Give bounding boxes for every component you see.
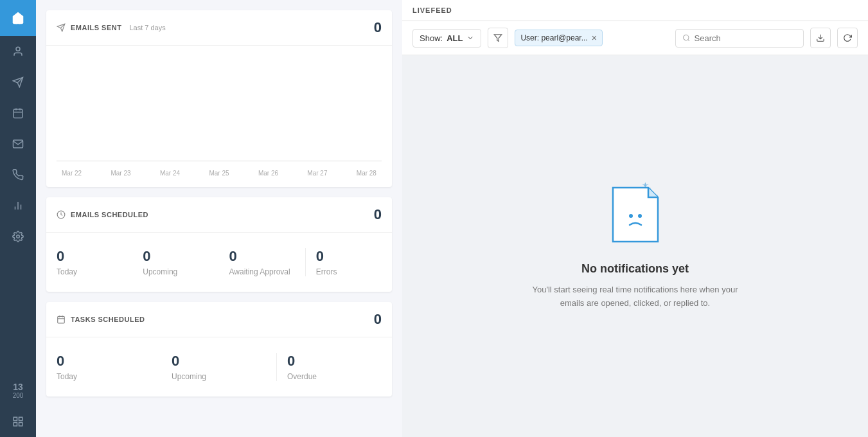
empty-desc: You'll start seeing real time notificati… [533, 283, 738, 310]
tasks-scheduled-stats: 0 Today 0 Upcoming 0 Overdue [46, 337, 392, 397]
chart-label-5: Mar 27 [307, 170, 327, 177]
search-icon [682, 33, 691, 42]
chart-label-3: Mar 25 [209, 170, 229, 177]
stat-upcoming-value: 0 [143, 248, 208, 265]
empty-state: No notifications yet You'll start seeing… [402, 55, 868, 437]
stat-awaiting-value: 0 [229, 248, 295, 265]
sidebar-bottom: 13 200 [0, 375, 36, 437]
sidebar-item-phone[interactable] [0, 159, 36, 190]
task-stat-upcoming-value: 0 [172, 353, 266, 370]
sidebar-item-email[interactable] [0, 129, 36, 159]
emails-sent-title: EMAILS SENT [71, 24, 121, 31]
sidebar-item-send[interactable] [0, 67, 36, 98]
emails-sent-header-left: EMAILS SENT Last 7 days [57, 23, 166, 32]
stat-upcoming: 0 Upcoming [132, 243, 218, 281]
svg-line-24 [688, 39, 689, 40]
tag-close-button[interactable]: × [592, 33, 597, 43]
task-stat-today-value: 0 [57, 353, 151, 370]
task-stat-today: 0 Today [46, 348, 161, 386]
task-stat-overdue-label: Overdue [287, 372, 382, 381]
svg-rect-13 [19, 423, 22, 426]
svg-rect-3 [13, 109, 22, 118]
svg-rect-11 [13, 417, 17, 420]
task-stat-today-label: Today [57, 372, 151, 381]
svg-point-0 [16, 47, 20, 51]
tasks-scheduled-title: TASKS SCHEDULED [71, 316, 145, 323]
chevron-down-icon [466, 34, 474, 42]
show-label: Show: [420, 33, 443, 43]
chart-label-0: Mar 22 [62, 170, 82, 177]
svg-point-26 [629, 214, 633, 218]
stat-today-label: Today [57, 267, 122, 276]
stat-awaiting-label: Awaiting Approval [229, 267, 295, 276]
emails-sent-header: EMAILS SENT Last 7 days 0 [46, 10, 392, 46]
stat-errors: 0 Errors [306, 243, 392, 281]
filter-icon [493, 33, 502, 42]
svg-rect-18 [58, 316, 65, 323]
search-box[interactable] [675, 29, 804, 48]
livefeed-header: LIVEFEED [402, 0, 868, 21]
emails-scheduled-count: 0 [374, 206, 382, 223]
tasks-icon [57, 315, 66, 324]
sidebar-item-chart[interactable] [0, 190, 36, 221]
emails-sent-subtitle: Last 7 days [129, 24, 165, 31]
download-button[interactable] [810, 28, 831, 48]
show-value: ALL [447, 33, 463, 43]
chart-baseline [57, 161, 382, 161]
stat-errors-label: Errors [316, 267, 382, 276]
sidebar: 13 200 [0, 0, 36, 437]
task-stat-overdue: 0 Overdue [277, 348, 392, 386]
stat-errors-value: 0 [316, 248, 382, 265]
tasks-scheduled-card: TASKS SCHEDULED 0 0 Today 0 Upcoming 0 O… [46, 302, 392, 397]
chart-label-6: Mar 28 [357, 170, 376, 177]
livefeed-toolbar: Show: ALL User: pearl@pear... × [402, 21, 868, 55]
empty-title: No notifications yet [581, 262, 689, 276]
chart-label-1: Mar 23 [111, 170, 130, 177]
stat-today: 0 Today [46, 243, 132, 281]
send-icon [57, 23, 66, 32]
task-stat-upcoming: 0 Upcoming [161, 348, 276, 386]
sidebar-item-settings[interactable] [0, 221, 36, 252]
livefeed-title: LIVEFEED [412, 6, 452, 14]
tasks-scheduled-header: TASKS SCHEDULED 0 [46, 302, 392, 337]
svg-marker-22 [495, 35, 502, 42]
filter-button[interactable] [488, 28, 508, 48]
sidebar-item-user[interactable] [0, 36, 36, 67]
stat-upcoming-label: Upcoming [143, 267, 208, 276]
chart-label-2: Mar 24 [160, 170, 180, 177]
chart-label-4: Mar 26 [258, 170, 278, 177]
emails-scheduled-header: EMAILS SCHEDULED 0 [46, 197, 392, 233]
empty-state-icon [607, 183, 664, 247]
left-panel: EMAILS SENT Last 7 days 0 Mar 22 Mar 23 … [36, 0, 402, 437]
user-filter-tag: User: pearl@pear... × [515, 30, 602, 46]
svg-point-23 [684, 35, 689, 40]
emails-scheduled-header-left: EMAILS SCHEDULED [57, 210, 148, 219]
task-stat-upcoming-label: Upcoming [172, 372, 266, 381]
sidebar-item-grid[interactable] [0, 406, 36, 437]
sidebar-logo[interactable] [0, 0, 36, 36]
svg-point-10 [17, 235, 20, 238]
sidebar-item-calendar[interactable] [0, 98, 36, 129]
tasks-scheduled-count: 0 [374, 311, 382, 328]
clock-icon [57, 210, 66, 219]
svg-point-27 [638, 214, 642, 218]
main-content: EMAILS SENT Last 7 days 0 Mar 22 Mar 23 … [36, 0, 868, 437]
task-stat-overdue-value: 0 [287, 353, 382, 370]
tasks-scheduled-header-left: TASKS SCHEDULED [57, 315, 145, 324]
tag-label: User: pearl@pear... [520, 33, 587, 42]
refresh-button[interactable] [837, 28, 858, 48]
emails-sent-count: 0 [374, 19, 382, 36]
download-icon [816, 33, 825, 42]
livefeed-panel: LIVEFEED Show: ALL User: pearl@pear... × [402, 0, 868, 437]
sidebar-badge: 13 200 [0, 375, 36, 406]
svg-rect-12 [19, 417, 22, 420]
stat-awaiting: 0 Awaiting Approval [219, 243, 305, 281]
stat-today-value: 0 [57, 248, 122, 265]
refresh-icon [843, 33, 852, 42]
emails-scheduled-stats: 0 Today 0 Upcoming 0 Awaiting Approval 0… [46, 233, 392, 292]
show-all-dropdown[interactable]: Show: ALL [412, 29, 481, 48]
emails-sent-chart: Mar 22 Mar 23 Mar 24 Mar 25 Mar 26 Mar 2… [46, 46, 392, 187]
search-input[interactable] [695, 33, 797, 43]
chart-labels: Mar 22 Mar 23 Mar 24 Mar 25 Mar 26 Mar 2… [57, 170, 382, 177]
emails-sent-card: EMAILS SENT Last 7 days 0 Mar 22 Mar 23 … [46, 10, 392, 187]
